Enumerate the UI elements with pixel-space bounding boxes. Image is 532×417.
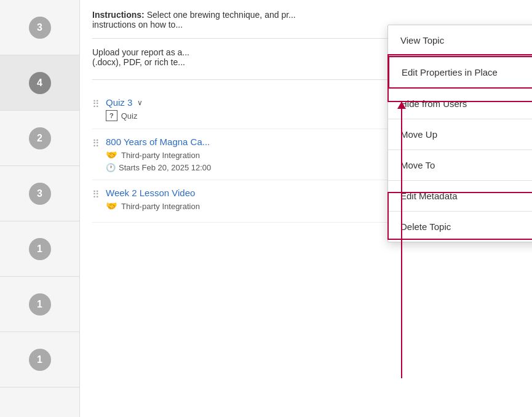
instructions-label: Instructions: bbox=[92, 10, 145, 20]
menu-item-edit-metadata[interactable]: Edit Metadata bbox=[388, 181, 532, 212]
step-badge-4: 4 bbox=[29, 72, 51, 94]
magna-title-text: 800 Years of Magna Ca... bbox=[106, 137, 210, 147]
integration-icon: 🤝 bbox=[106, 149, 117, 161]
edit-metadata-label: Edit Metadata bbox=[400, 191, 458, 201]
upload-subtext: (.docx), PDF, or rich te... bbox=[92, 57, 185, 67]
clock-icon: 🕐 bbox=[106, 163, 116, 172]
move-to-label: Move To bbox=[400, 160, 435, 170]
step-1-c: 1 bbox=[0, 332, 79, 387]
menu-item-delete-topic[interactable]: Delete Topic bbox=[388, 212, 532, 242]
step-1-b: 1 bbox=[0, 277, 79, 332]
step-3-mid: 3 bbox=[0, 166, 79, 221]
drag-handle-icon: ⠿ bbox=[92, 138, 100, 149]
sidebar: 3 4 2 3 1 1 1 bbox=[0, 0, 80, 417]
step-badge-3: 3 bbox=[29, 17, 51, 39]
delete-topic-label: Delete Topic bbox=[400, 221, 451, 232]
instructions-text: Select one brewing technique, and pr... bbox=[147, 10, 296, 20]
arrow-line bbox=[401, 101, 402, 378]
quiz3-title-text: Quiz 3 bbox=[106, 97, 132, 108]
drag-handle-icon: ⠿ bbox=[92, 189, 100, 201]
step-badge-1b: 1 bbox=[29, 293, 51, 316]
magna-type: Third-party Integration bbox=[121, 151, 200, 160]
drag-handle-icon: ⠿ bbox=[92, 98, 100, 110]
menu-item-edit-properties[interactable]: Edit Properties in Place bbox=[388, 56, 532, 89]
step-badge-3-mid: 3 bbox=[29, 183, 51, 205]
integration-icon2: 🤝 bbox=[106, 201, 117, 212]
menu-item-move-up[interactable]: Move Up bbox=[388, 119, 532, 150]
hide-users-label: Hide from Users bbox=[400, 98, 467, 109]
page-container: 3 4 2 3 1 1 1 Instructions: Select one b… bbox=[0, 0, 532, 417]
step-4: 4 bbox=[0, 55, 79, 111]
arrow-head-up-icon bbox=[397, 101, 406, 109]
quiz-icon: ? bbox=[106, 110, 117, 121]
move-up-label: Move Up bbox=[400, 129, 437, 140]
upload-text: Upload your report as a... bbox=[92, 47, 189, 57]
step-badge-2: 2 bbox=[29, 127, 51, 149]
magna-date-text: Starts Feb 20, 2025 12:00 bbox=[119, 163, 211, 172]
context-menu: View Topic Edit Properties in Place Hide… bbox=[387, 25, 532, 242]
step-badge-1a: 1 bbox=[29, 238, 51, 260]
step-badge-1c: 1 bbox=[29, 349, 51, 371]
week2-type: Third-party Integration bbox=[121, 202, 200, 211]
chevron-down-icon[interactable]: ∨ bbox=[137, 98, 143, 107]
step-1-a: 1 bbox=[0, 221, 79, 277]
step-2: 2 bbox=[0, 111, 79, 166]
week2-title-text: Week 2 Lesson Video bbox=[106, 188, 195, 198]
menu-item-view-topic[interactable]: View Topic bbox=[388, 25, 532, 56]
quiz3-type: Quiz bbox=[121, 111, 138, 121]
edit-properties-label: Edit Properties in Place bbox=[402, 67, 498, 77]
instructions-subtext: instructions on how to... bbox=[92, 20, 183, 30]
view-topic-label: View Topic bbox=[400, 35, 444, 46]
menu-item-move-to[interactable]: Move To bbox=[388, 150, 532, 181]
main-content: Instructions: Select one brewing techniq… bbox=[80, 0, 532, 417]
menu-item-hide-users[interactable]: Hide from Users bbox=[388, 89, 532, 119]
step-3-top: 3 bbox=[0, 0, 79, 55]
